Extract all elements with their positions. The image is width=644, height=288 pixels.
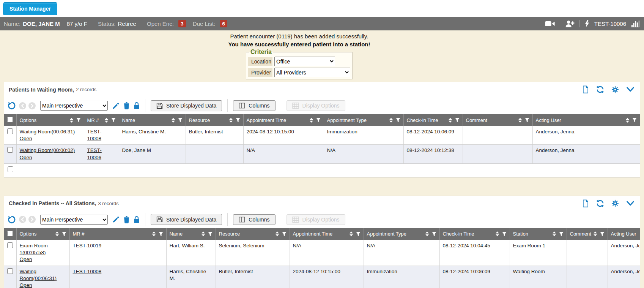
sort-icon[interactable]: [55, 231, 59, 236]
edit-pencil-icon[interactable]: [112, 216, 120, 223]
columns-button[interactable]: Columns: [233, 214, 275, 225]
filter-icon[interactable]: [525, 118, 529, 122]
station-time-link[interactable]: Waiting Room(00:06:31): [20, 268, 66, 282]
open-link[interactable]: Open: [20, 282, 32, 288]
select-all-checkbox[interactable]: [7, 117, 13, 122]
filter-icon[interactable]: [178, 118, 183, 122]
mr-number-link[interactable]: TEST-10019: [73, 242, 102, 249]
col-header-resource[interactable]: Resource: [216, 228, 290, 240]
perspective-select[interactable]: Main Perspective: [40, 215, 108, 225]
filter-icon[interactable]: [356, 232, 361, 236]
station-time-link[interactable]: Exam Room 1(00:05:58): [20, 242, 66, 256]
filter-icon[interactable]: [432, 232, 436, 236]
sort-icon[interactable]: [518, 118, 522, 123]
row-checkbox[interactable]: [7, 147, 13, 153]
row-checkbox[interactable]: [7, 128, 13, 134]
filter-icon[interactable]: [600, 232, 605, 236]
select-all-checkbox[interactable]: [7, 231, 13, 236]
sort-icon[interactable]: [310, 118, 313, 123]
footer-select-checkbox[interactable]: [8, 166, 13, 172]
mr-number-link[interactable]: TEST-10008: [73, 268, 102, 275]
col-header-appointment-type[interactable]: Appointment Type: [364, 228, 439, 240]
col-header-name[interactable]: Name: [119, 114, 186, 126]
col-header-appointment-type[interactable]: Appointment Type: [324, 114, 403, 126]
col-header-station[interactable]: Station: [510, 228, 567, 240]
lightning-icon[interactable]: [585, 20, 589, 27]
perspective-select[interactable]: Main Perspective: [40, 101, 108, 111]
lock-icon[interactable]: [134, 216, 140, 223]
undo-icon[interactable]: [8, 101, 16, 110]
store-displayed-data-button[interactable]: Store Displayed Data: [151, 100, 222, 111]
sort-icon[interactable]: [425, 231, 429, 236]
filter-icon[interactable]: [159, 232, 163, 236]
delete-trash-icon[interactable]: [123, 102, 130, 109]
video-camera-icon[interactable]: [545, 21, 555, 27]
filter-icon[interactable]: [111, 118, 116, 122]
col-header-options[interactable]: Options: [16, 228, 69, 240]
sort-icon[interactable]: [152, 231, 156, 236]
col-header-comment[interactable]: Comment: [567, 228, 608, 240]
sort-icon[interactable]: [449, 118, 452, 123]
provider-select[interactable]: All Providers: [274, 68, 350, 77]
col-header-appointment-time[interactable]: Appointment Time: [290, 228, 364, 240]
col-header-name[interactable]: Name: [166, 228, 216, 240]
row-checkbox[interactable]: [7, 268, 13, 274]
col-header-resource[interactable]: Resource: [186, 114, 243, 126]
sort-icon[interactable]: [172, 118, 175, 123]
sort-icon[interactable]: [594, 231, 597, 236]
previous-perspective-button[interactable]: [19, 216, 26, 223]
station-time-link[interactable]: Waiting Room(00:00:02): [20, 147, 75, 154]
col-header-comment[interactable]: Comment: [463, 114, 532, 126]
due-list-badge[interactable]: 6: [220, 20, 227, 27]
columns-button[interactable]: Columns: [233, 100, 275, 111]
filter-icon[interactable]: [396, 118, 400, 122]
collapse-chevron-icon[interactable]: [626, 201, 635, 206]
filter-icon[interactable]: [316, 118, 321, 122]
filter-icon[interactable]: [208, 232, 213, 236]
refresh-icon[interactable]: [596, 85, 604, 93]
col-header-acting-user[interactable]: Acting User: [608, 228, 640, 240]
tab-station-manager[interactable]: Station Manager: [3, 2, 57, 15]
bar-chart-icon[interactable]: [631, 20, 640, 27]
delete-trash-icon[interactable]: [123, 216, 130, 223]
sort-icon[interactable]: [105, 118, 108, 123]
location-select[interactable]: Office: [274, 57, 335, 66]
refresh-icon[interactable]: [596, 199, 604, 207]
col-header-mr[interactable]: MR #: [84, 114, 119, 126]
col-header-options[interactable]: Options: [16, 114, 84, 126]
store-displayed-data-button[interactable]: Store Displayed Data: [151, 214, 222, 225]
open-link[interactable]: Open: [20, 256, 32, 263]
new-document-icon[interactable]: [582, 199, 589, 207]
previous-perspective-button[interactable]: [19, 102, 26, 109]
sort-icon[interactable]: [70, 118, 73, 123]
next-perspective-button[interactable]: [28, 102, 36, 109]
col-header-appointment-time[interactable]: Appointment Time: [243, 114, 324, 126]
col-header-mr[interactable]: MR #: [69, 228, 166, 240]
sort-icon[interactable]: [553, 231, 556, 236]
mr-number-link[interactable]: TEST-10008: [87, 128, 116, 142]
open-link[interactable]: Open: [20, 154, 32, 161]
collapse-chevron-icon[interactable]: [626, 87, 635, 92]
sort-icon[interactable]: [496, 231, 499, 236]
sort-icon[interactable]: [389, 118, 393, 123]
filter-icon[interactable]: [282, 232, 287, 236]
filter-icon[interactable]: [502, 232, 507, 236]
sort-icon[interactable]: [229, 118, 233, 123]
col-header-checkin-time[interactable]: Check-in Time: [439, 228, 510, 240]
open-enc-badge[interactable]: 3: [178, 20, 186, 27]
sort-icon[interactable]: [276, 231, 279, 236]
filter-icon[interactable]: [236, 118, 240, 122]
gear-icon[interactable]: [611, 199, 619, 207]
filter-icon[interactable]: [632, 118, 637, 122]
filter-icon[interactable]: [62, 232, 66, 236]
new-document-icon[interactable]: [582, 85, 589, 93]
next-perspective-button[interactable]: [28, 216, 36, 223]
col-header-acting-user[interactable]: Acting User: [532, 114, 640, 126]
undo-icon[interactable]: [8, 215, 16, 224]
gear-icon[interactable]: [611, 86, 619, 93]
filter-icon[interactable]: [76, 118, 81, 122]
row-checkbox[interactable]: [7, 242, 13, 248]
sort-icon[interactable]: [202, 231, 205, 236]
open-link[interactable]: Open: [20, 135, 32, 142]
filter-icon[interactable]: [455, 118, 460, 122]
